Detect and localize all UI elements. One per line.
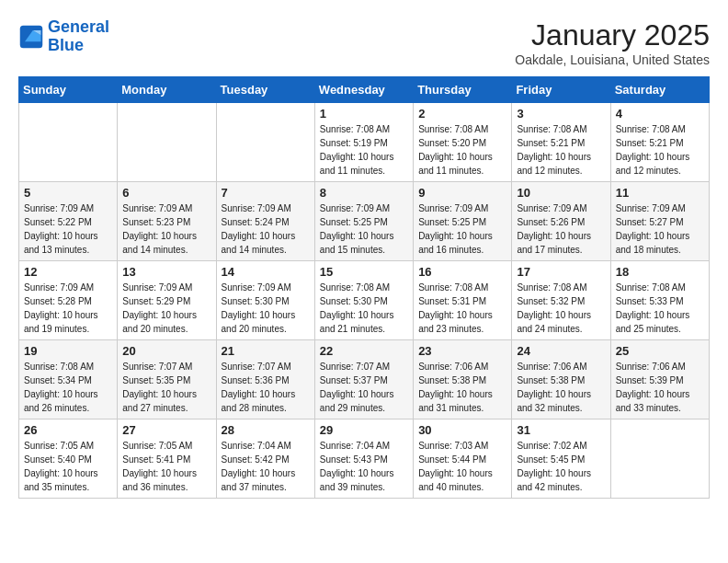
- day-info: Sunrise: 7:05 AMSunset: 5:40 PMDaylight:…: [24, 439, 112, 494]
- calendar-cell: 14 Sunrise: 7:09 AMSunset: 5:30 PMDaylig…: [216, 261, 314, 340]
- day-number: 1: [320, 107, 408, 121]
- day-number: 2: [418, 107, 506, 121]
- calendar-cell: 7 Sunrise: 7:09 AMSunset: 5:24 PMDayligh…: [216, 182, 314, 261]
- day-info: Sunrise: 7:04 AMSunset: 5:42 PMDaylight:…: [222, 439, 310, 494]
- page-header: General Blue January 2025 Oakdale, Louis…: [18, 18, 710, 67]
- day-number: 12: [24, 265, 112, 279]
- logo-line1: General: [48, 17, 109, 36]
- calendar-week-row: 19 Sunrise: 7:08 AMSunset: 5:34 PMDaylig…: [19, 340, 710, 419]
- day-info: Sunrise: 7:06 AMSunset: 5:39 PMDaylight:…: [616, 360, 704, 415]
- day-info: Sunrise: 7:07 AMSunset: 5:37 PMDaylight:…: [320, 360, 408, 415]
- day-info: Sunrise: 7:09 AMSunset: 5:28 PMDaylight:…: [24, 281, 112, 336]
- day-number: 30: [418, 423, 506, 437]
- day-info: Sunrise: 7:09 AMSunset: 5:24 PMDaylight:…: [222, 201, 310, 257]
- day-number: 21: [222, 344, 310, 358]
- day-number: 28: [222, 423, 310, 437]
- day-info: Sunrise: 7:03 AMSunset: 5:44 PMDaylight:…: [418, 439, 506, 494]
- day-info: Sunrise: 7:08 AMSunset: 5:21 PMDaylight:…: [616, 122, 704, 178]
- day-number: 20: [122, 344, 210, 358]
- day-info: Sunrise: 7:07 AMSunset: 5:35 PMDaylight:…: [122, 360, 210, 415]
- day-info: Sunrise: 7:08 AMSunset: 5:21 PMDaylight:…: [517, 122, 605, 178]
- logo: General Blue: [18, 18, 109, 55]
- calendar-cell: 22 Sunrise: 7:07 AMSunset: 5:37 PMDaylig…: [314, 340, 413, 419]
- day-number: 10: [517, 186, 605, 200]
- day-info: Sunrise: 7:04 AMSunset: 5:43 PMDaylight:…: [320, 439, 408, 494]
- day-number: 29: [320, 423, 408, 437]
- calendar-cell: 2 Sunrise: 7:08 AMSunset: 5:20 PMDayligh…: [414, 103, 512, 182]
- day-number: 6: [122, 186, 210, 200]
- day-number: 19: [24, 344, 112, 358]
- calendar-cell: 3 Sunrise: 7:08 AMSunset: 5:21 PMDayligh…: [512, 103, 610, 182]
- day-info: Sunrise: 7:02 AMSunset: 5:45 PMDaylight:…: [517, 439, 605, 494]
- day-number: 17: [517, 265, 605, 279]
- weekday-header: Friday: [512, 77, 610, 103]
- location: Oakdale, Louisiana, United States: [515, 52, 710, 67]
- day-number: 27: [122, 423, 210, 437]
- logo-text: General Blue: [48, 18, 109, 55]
- day-number: 16: [418, 265, 506, 279]
- day-info: Sunrise: 7:08 AMSunset: 5:30 PMDaylight:…: [320, 281, 408, 336]
- calendar-cell: 24 Sunrise: 7:06 AMSunset: 5:38 PMDaylig…: [512, 340, 610, 419]
- day-info: Sunrise: 7:09 AMSunset: 5:26 PMDaylight:…: [517, 201, 605, 257]
- day-info: Sunrise: 7:07 AMSunset: 5:36 PMDaylight:…: [222, 360, 310, 415]
- day-number: 15: [320, 265, 408, 279]
- calendar-week-row: 12 Sunrise: 7:09 AMSunset: 5:28 PMDaylig…: [19, 261, 710, 340]
- logo-line2: Blue: [48, 36, 84, 54]
- day-number: 13: [122, 265, 210, 279]
- calendar-cell: 17 Sunrise: 7:08 AMSunset: 5:32 PMDaylig…: [512, 261, 610, 340]
- calendar-cell: 27 Sunrise: 7:05 AMSunset: 5:41 PMDaylig…: [118, 419, 216, 499]
- day-number: 18: [616, 265, 704, 279]
- calendar-cell: 21 Sunrise: 7:07 AMSunset: 5:36 PMDaylig…: [216, 340, 314, 419]
- day-number: 9: [418, 186, 506, 200]
- calendar-cell: 1 Sunrise: 7:08 AMSunset: 5:19 PMDayligh…: [314, 103, 413, 182]
- weekday-header: Monday: [118, 77, 216, 103]
- day-info: Sunrise: 7:06 AMSunset: 5:38 PMDaylight:…: [418, 360, 506, 415]
- calendar-week-row: 5 Sunrise: 7:09 AMSunset: 5:22 PMDayligh…: [19, 182, 710, 261]
- day-number: 11: [616, 186, 704, 200]
- day-info: Sunrise: 7:09 AMSunset: 5:30 PMDaylight:…: [222, 281, 310, 336]
- calendar-cell: [610, 419, 709, 499]
- day-info: Sunrise: 7:09 AMSunset: 5:22 PMDaylight:…: [24, 201, 112, 257]
- day-info: Sunrise: 7:09 AMSunset: 5:25 PMDaylight:…: [320, 201, 408, 257]
- day-info: Sunrise: 7:09 AMSunset: 5:29 PMDaylight:…: [122, 281, 210, 336]
- day-info: Sunrise: 7:09 AMSunset: 5:25 PMDaylight:…: [418, 201, 506, 257]
- calendar-cell: 11 Sunrise: 7:09 AMSunset: 5:27 PMDaylig…: [610, 182, 709, 261]
- logo-icon: [18, 24, 44, 50]
- day-info: Sunrise: 7:05 AMSunset: 5:41 PMDaylight:…: [122, 439, 210, 494]
- calendar-cell: 6 Sunrise: 7:09 AMSunset: 5:23 PMDayligh…: [118, 182, 216, 261]
- weekday-header-row: SundayMondayTuesdayWednesdayThursdayFrid…: [19, 77, 710, 103]
- weekday-header: Tuesday: [216, 77, 314, 103]
- calendar: SundayMondayTuesdayWednesdayThursdayFrid…: [18, 76, 710, 499]
- calendar-cell: [19, 103, 118, 182]
- calendar-cell: 29 Sunrise: 7:04 AMSunset: 5:43 PMDaylig…: [314, 419, 413, 499]
- weekday-header: Saturday: [610, 77, 709, 103]
- weekday-header: Sunday: [19, 77, 118, 103]
- weekday-header: Wednesday: [314, 77, 413, 103]
- calendar-week-row: 26 Sunrise: 7:05 AMSunset: 5:40 PMDaylig…: [19, 419, 710, 499]
- day-info: Sunrise: 7:08 AMSunset: 5:34 PMDaylight:…: [24, 360, 112, 415]
- day-number: 26: [24, 423, 112, 437]
- day-number: 8: [320, 186, 408, 200]
- calendar-cell: 8 Sunrise: 7:09 AMSunset: 5:25 PMDayligh…: [314, 182, 413, 261]
- month-title: January 2025: [515, 18, 710, 52]
- calendar-cell: 12 Sunrise: 7:09 AMSunset: 5:28 PMDaylig…: [19, 261, 118, 340]
- day-number: 22: [320, 344, 408, 358]
- day-number: 7: [222, 186, 310, 200]
- calendar-cell: 26 Sunrise: 7:05 AMSunset: 5:40 PMDaylig…: [19, 419, 118, 499]
- calendar-cell: 16 Sunrise: 7:08 AMSunset: 5:31 PMDaylig…: [414, 261, 512, 340]
- calendar-cell: [216, 103, 314, 182]
- calendar-week-row: 1 Sunrise: 7:08 AMSunset: 5:19 PMDayligh…: [19, 103, 710, 182]
- day-number: 23: [418, 344, 506, 358]
- calendar-cell: 19 Sunrise: 7:08 AMSunset: 5:34 PMDaylig…: [19, 340, 118, 419]
- calendar-cell: 4 Sunrise: 7:08 AMSunset: 5:21 PMDayligh…: [610, 103, 709, 182]
- calendar-cell: 9 Sunrise: 7:09 AMSunset: 5:25 PMDayligh…: [414, 182, 512, 261]
- calendar-cell: 28 Sunrise: 7:04 AMSunset: 5:42 PMDaylig…: [216, 419, 314, 499]
- day-info: Sunrise: 7:08 AMSunset: 5:20 PMDaylight:…: [418, 122, 506, 178]
- day-number: 14: [222, 265, 310, 279]
- day-number: 5: [24, 186, 112, 200]
- day-info: Sunrise: 7:09 AMSunset: 5:23 PMDaylight:…: [122, 201, 210, 257]
- day-info: Sunrise: 7:09 AMSunset: 5:27 PMDaylight:…: [616, 201, 704, 257]
- day-info: Sunrise: 7:08 AMSunset: 5:31 PMDaylight:…: [418, 281, 506, 336]
- day-info: Sunrise: 7:08 AMSunset: 5:32 PMDaylight:…: [517, 281, 605, 336]
- day-info: Sunrise: 7:06 AMSunset: 5:38 PMDaylight:…: [517, 360, 605, 415]
